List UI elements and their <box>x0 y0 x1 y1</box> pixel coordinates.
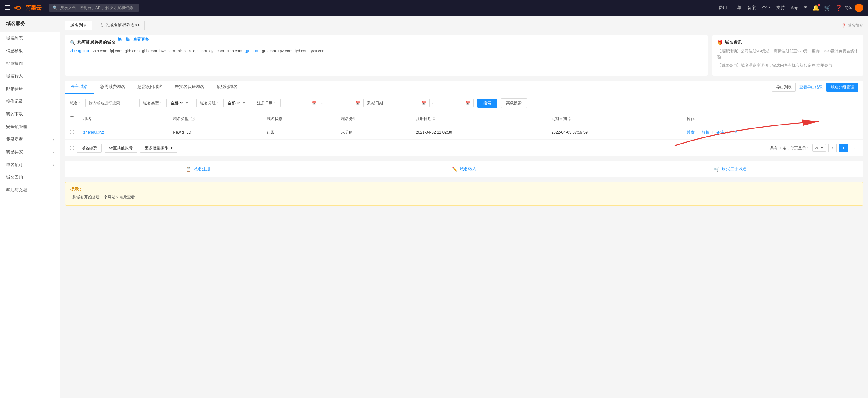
row-select-checkbox[interactable] <box>70 130 74 134</box>
type-help-icon[interactable]: ? <box>191 117 195 121</box>
chevron-down-icon: ▾ <box>186 101 188 105</box>
sidebar-item-op-log[interactable]: 操作记录 <box>0 95 60 108</box>
domain-search-input[interactable] <box>85 99 140 107</box>
row-group: 未分组 <box>336 125 411 139</box>
reg-date-start[interactable]: 📅 <box>280 99 319 107</box>
question-icon: ❓ <box>841 23 846 28</box>
sidebar-item-info-template[interactable]: 信息模板 <box>0 44 60 57</box>
tab-unverified[interactable]: 未实名认证域名 <box>169 81 210 94</box>
search-bar[interactable]: 🔍 搜索文档、控制台、API、解决方案和资源 <box>49 4 139 12</box>
menu-icon[interactable]: ☰ <box>5 4 10 11</box>
sidebar-item-domain-buyback[interactable]: 域名回购 <box>0 171 60 184</box>
tabs-actions: 导出列表 查看导出结果 域名分组管理 <box>772 83 863 92</box>
sidebar-item-domain-list[interactable]: 域名列表 <box>0 32 60 44</box>
refresh-btn[interactable]: 换一换 <box>118 37 130 42</box>
row-exp-date: 2022-04-03 07:59:59 <box>547 125 682 139</box>
quick-link-secondhand[interactable]: 🛒 购买二手域名 <box>597 161 863 177</box>
next-page-btn[interactable]: › <box>850 144 858 152</box>
row-reg-date: 2021-04-02 11:02:30 <box>411 125 547 139</box>
expand-icon-preorder: › <box>53 163 54 167</box>
reg-date-sort[interactable]: 注册日期 ▲ ▼ <box>416 116 435 122</box>
sidebar-item-buyer[interactable]: 我是买家 › <box>0 146 60 159</box>
domain-table: 域名 域名类型 ? 域名状态 域名分组 <box>65 113 863 140</box>
suggestion-gjq[interactable]: gjq.com <box>245 48 259 53</box>
row-action-links: 续费 | 解析 | 备注 | 管理 <box>687 130 739 134</box>
group-filter-select[interactable]: 全部 ▾ <box>223 99 253 108</box>
group-select[interactable]: 全部 <box>227 100 241 105</box>
calendar-icon-end: 📅 <box>355 101 361 105</box>
help-link[interactable]: ❓ 域名简介 <box>841 23 863 28</box>
current-page-btn[interactable]: 1 <box>839 144 847 152</box>
select-all-checkbox[interactable] <box>70 116 74 120</box>
view-more-btn[interactable]: 查看更多 <box>133 37 149 42</box>
nav-link-app[interactable]: App <box>791 5 798 10</box>
tab-renew-urgent[interactable]: 急需续费域名 <box>94 81 131 94</box>
action-renew[interactable]: 续费 <box>687 130 695 134</box>
sidebar-item-security-lock[interactable]: 安全锁管理 <box>0 121 60 133</box>
pagination: 共有 1 条，每页显示： 20 ▾ ‹ 1 › <box>770 144 858 152</box>
type-select[interactable]: 全部 <box>170 100 184 105</box>
sidebar-item-email-verify[interactable]: 邮箱验证 <box>0 83 60 95</box>
batch-renew-btn[interactable]: 域名续费 <box>77 144 101 153</box>
language-selector[interactable]: 简体 <box>844 5 852 10</box>
cart-icon[interactable]: 🛒 <box>824 4 831 11</box>
footer-select-all[interactable] <box>70 146 74 150</box>
user-avatar[interactable]: Ie <box>855 4 863 12</box>
per-page-select[interactable]: 20 ▾ <box>812 144 826 152</box>
help-icon[interactable]: ❓ <box>835 4 842 11</box>
nav-link-ticket[interactable]: 工单 <box>733 5 741 10</box>
quick-link-transfer[interactable]: ✏️ 域名转入 <box>331 161 597 177</box>
th-domain: 域名 <box>79 113 168 125</box>
suggestion-grb: grb.com <box>262 49 276 53</box>
reg-date-end[interactable]: 📅 <box>324 99 364 107</box>
top-navigation: ☰ 阿里云 🔍 搜索文档、控制台、API、解决方案和资源 费用 工单 备案 企业… <box>0 0 868 16</box>
suggestion-zxb: zxb.com <box>93 49 107 53</box>
domain-link-zhengui[interactable]: zhengui.xyz <box>84 130 104 134</box>
sidebar-item-my-downloads[interactable]: 我的下载 <box>0 108 60 121</box>
quick-link-register[interactable]: 📋 域名注册 <box>65 161 331 177</box>
chevron-down-icon-2: ▾ <box>243 101 245 105</box>
row-checkbox <box>65 125 79 139</box>
exp-date-sort[interactable]: 到期日期 ▲ ▼ <box>551 116 571 122</box>
group-manage-btn[interactable]: 域名分组管理 <box>827 83 858 92</box>
expand-icon-seller: › <box>53 137 54 142</box>
nav-link-filing[interactable]: 备案 <box>747 5 756 10</box>
row-status: 正常 <box>262 125 336 139</box>
action-remark[interactable]: 备注 <box>716 130 724 134</box>
mail-icon[interactable]: ✉ <box>803 4 808 11</box>
view-export-btn[interactable]: 查看导出结果 <box>799 85 823 90</box>
export-list-btn[interactable]: 导出列表 <box>772 83 796 92</box>
nav-link-support[interactable]: 支持 <box>776 5 785 10</box>
advanced-search-button[interactable]: 高级搜索 <box>501 98 527 108</box>
exp-date-start[interactable]: 📅 <box>391 99 430 107</box>
suggestion-zhengui-cn[interactable]: zhengui.cn <box>70 48 90 53</box>
type-filter-select[interactable]: 全部 ▾ <box>166 99 196 108</box>
action-manage[interactable]: 管理 <box>731 130 739 134</box>
exp-date-end[interactable]: 📅 <box>435 99 474 107</box>
tab-preregistered[interactable]: 预登记域名 <box>210 81 244 94</box>
promo-title: 🔍 您可能感兴趣的域名 换一换 查看更多 <box>70 40 703 45</box>
sidebar-item-domain-preorder[interactable]: 域名预订 › <box>0 159 60 171</box>
notification-icon[interactable]: 🔔 <box>812 4 819 11</box>
action-dns[interactable]: 解析 <box>702 130 710 134</box>
search-button[interactable]: 搜索 <box>477 99 497 108</box>
suggestion-qys: qys.com <box>210 49 224 53</box>
tab-redeem-urgent[interactable]: 急需赎回域名 <box>131 81 169 94</box>
domain-list-tab-btn[interactable]: 域名列表 <box>65 21 92 30</box>
calendar-icon-exp-start: 📅 <box>422 101 427 105</box>
chevron-down-icon-4: ▾ <box>821 146 823 150</box>
suggestion-qjh: qjh.com <box>193 49 207 53</box>
dns-list-nav-btn[interactable]: 进入域名解析列表>> <box>96 21 145 30</box>
tab-all-domains[interactable]: 全部域名 <box>65 81 94 94</box>
sidebar-item-seller[interactable]: 我是卖家 › <box>0 133 60 146</box>
prev-page-btn[interactable]: ‹ <box>828 144 837 152</box>
nav-link-fees[interactable]: 费用 <box>718 5 727 10</box>
sidebar-item-batch-ops[interactable]: 批量操作 <box>0 57 60 70</box>
nav-link-enterprise[interactable]: 企业 <box>762 5 770 10</box>
sidebar-item-help[interactable]: 帮助与文档 <box>0 184 60 196</box>
sidebar-item-domain-transfer[interactable]: 域名转入 <box>0 70 60 83</box>
top-nav-links: 费用 工单 备案 企业 支持 App <box>718 5 798 10</box>
more-batch-btn[interactable]: 更多批量操作 ▾ <box>140 144 177 153</box>
transfer-to-btn[interactable]: 转至其他账号 <box>104 144 137 153</box>
sep-3: | <box>727 130 728 134</box>
